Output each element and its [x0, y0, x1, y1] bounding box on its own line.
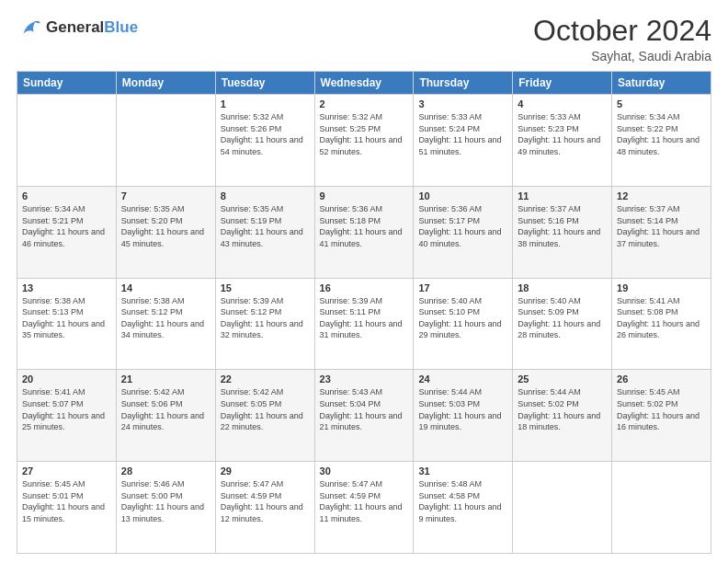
table-row — [17, 95, 117, 187]
table-row: 7Sunrise: 5:35 AMSunset: 5:20 PMDaylight… — [116, 186, 215, 278]
day-number: 31 — [418, 465, 507, 477]
day-number: 15 — [221, 282, 310, 293]
table-row — [513, 462, 612, 554]
table-row: 31Sunrise: 5:48 AMSunset: 4:58 PMDayligh… — [414, 462, 513, 554]
day-number: 25 — [518, 373, 607, 385]
table-row: 15Sunrise: 5:39 AMSunset: 5:12 PMDayligh… — [215, 278, 314, 370]
day-number: 1 — [221, 98, 310, 109]
calendar-week-row: 13Sunrise: 5:38 AMSunset: 5:13 PMDayligh… — [17, 278, 711, 370]
table-row: 8Sunrise: 5:35 AMSunset: 5:19 PMDaylight… — [215, 186, 314, 278]
calendar-header-row: Sunday Monday Tuesday Wednesday Thursday… — [17, 72, 711, 95]
day-number: 13 — [22, 282, 111, 293]
calendar-week-row: 1Sunrise: 5:32 AMSunset: 5:26 PMDaylight… — [17, 95, 711, 187]
day-info: Sunrise: 5:32 AMSunset: 5:26 PMDaylight:… — [221, 111, 310, 157]
table-row: 4Sunrise: 5:33 AMSunset: 5:23 PMDaylight… — [513, 95, 612, 187]
logo: GeneralBlue — [17, 15, 138, 40]
day-number: 4 — [518, 98, 607, 109]
table-row: 9Sunrise: 5:36 AMSunset: 5:18 PMDaylight… — [314, 186, 414, 278]
day-number: 12 — [617, 190, 706, 201]
table-row: 24Sunrise: 5:44 AMSunset: 5:03 PMDayligh… — [414, 370, 513, 462]
day-info: Sunrise: 5:39 AMSunset: 5:12 PMDaylight:… — [221, 295, 310, 341]
table-row: 5Sunrise: 5:34 AMSunset: 5:22 PMDaylight… — [612, 95, 711, 187]
day-number: 10 — [418, 190, 507, 201]
table-row: 26Sunrise: 5:45 AMSunset: 5:02 PMDayligh… — [612, 370, 711, 462]
table-row: 28Sunrise: 5:46 AMSunset: 5:00 PMDayligh… — [116, 462, 215, 554]
table-row: 29Sunrise: 5:47 AMSunset: 4:59 PMDayligh… — [215, 462, 314, 554]
calendar-week-row: 6Sunrise: 5:34 AMSunset: 5:21 PMDaylight… — [17, 186, 711, 278]
day-info: Sunrise: 5:43 AMSunset: 5:04 PMDaylight:… — [320, 386, 409, 432]
day-number: 20 — [22, 373, 111, 385]
day-number: 29 — [221, 465, 310, 477]
day-number: 26 — [617, 373, 706, 385]
day-info: Sunrise: 5:48 AMSunset: 4:58 PMDaylight:… — [418, 478, 507, 524]
day-number: 24 — [418, 373, 507, 385]
day-number: 28 — [121, 465, 210, 477]
month-year: October 2024 — [533, 15, 711, 47]
day-number: 22 — [221, 373, 310, 385]
header-thursday: Thursday — [414, 72, 513, 95]
day-info: Sunrise: 5:37 AMSunset: 5:16 PMDaylight:… — [518, 203, 607, 249]
table-row: 2Sunrise: 5:32 AMSunset: 5:25 PMDaylight… — [314, 95, 414, 187]
title-area: October 2024 Sayhat, Saudi Arabia — [533, 15, 711, 63]
day-number: 16 — [320, 282, 409, 293]
day-number: 6 — [22, 190, 111, 201]
table-row: 3Sunrise: 5:33 AMSunset: 5:24 PMDaylight… — [414, 95, 513, 187]
day-info: Sunrise: 5:47 AMSunset: 4:59 PMDaylight:… — [320, 478, 409, 524]
location: Sayhat, Saudi Arabia — [533, 49, 711, 63]
day-info: Sunrise: 5:36 AMSunset: 5:18 PMDaylight:… — [320, 203, 409, 249]
header-tuesday: Tuesday — [215, 72, 314, 95]
day-number: 9 — [320, 190, 409, 201]
header-wednesday: Wednesday — [314, 72, 414, 95]
day-info: Sunrise: 5:38 AMSunset: 5:12 PMDaylight:… — [121, 295, 210, 341]
day-info: Sunrise: 5:45 AMSunset: 5:02 PMDaylight:… — [617, 386, 706, 432]
day-number: 3 — [418, 98, 507, 109]
calendar: Sunday Monday Tuesday Wednesday Thursday… — [17, 71, 711, 554]
table-row: 22Sunrise: 5:42 AMSunset: 5:05 PMDayligh… — [215, 370, 314, 462]
logo-bird-icon — [17, 15, 42, 40]
day-info: Sunrise: 5:41 AMSunset: 5:07 PMDaylight:… — [22, 386, 111, 432]
day-number: 27 — [22, 465, 111, 477]
header-friday: Friday — [513, 72, 612, 95]
day-info: Sunrise: 5:34 AMSunset: 5:21 PMDaylight:… — [22, 203, 111, 249]
table-row: 14Sunrise: 5:38 AMSunset: 5:12 PMDayligh… — [116, 278, 215, 370]
day-info: Sunrise: 5:44 AMSunset: 5:02 PMDaylight:… — [518, 386, 607, 432]
day-info: Sunrise: 5:44 AMSunset: 5:03 PMDaylight:… — [418, 386, 507, 432]
table-row: 20Sunrise: 5:41 AMSunset: 5:07 PMDayligh… — [17, 370, 117, 462]
logo-text: GeneralBlue — [46, 19, 138, 37]
day-info: Sunrise: 5:35 AMSunset: 5:19 PMDaylight:… — [221, 203, 310, 249]
table-row: 18Sunrise: 5:40 AMSunset: 5:09 PMDayligh… — [513, 278, 612, 370]
day-info: Sunrise: 5:45 AMSunset: 5:01 PMDaylight:… — [22, 478, 111, 524]
table-row: 19Sunrise: 5:41 AMSunset: 5:08 PMDayligh… — [612, 278, 711, 370]
day-info: Sunrise: 5:42 AMSunset: 5:05 PMDaylight:… — [221, 386, 310, 432]
table-row: 25Sunrise: 5:44 AMSunset: 5:02 PMDayligh… — [513, 370, 612, 462]
table-row: 1Sunrise: 5:32 AMSunset: 5:26 PMDaylight… — [215, 95, 314, 187]
day-number: 17 — [418, 282, 507, 293]
table-row: 12Sunrise: 5:37 AMSunset: 5:14 PMDayligh… — [612, 186, 711, 278]
table-row: 16Sunrise: 5:39 AMSunset: 5:11 PMDayligh… — [314, 278, 414, 370]
day-info: Sunrise: 5:42 AMSunset: 5:06 PMDaylight:… — [121, 386, 210, 432]
day-info: Sunrise: 5:38 AMSunset: 5:13 PMDaylight:… — [22, 295, 111, 341]
header: GeneralBlue October 2024 Sayhat, Saudi A… — [17, 15, 711, 63]
calendar-week-row: 20Sunrise: 5:41 AMSunset: 5:07 PMDayligh… — [17, 370, 711, 462]
day-info: Sunrise: 5:40 AMSunset: 5:10 PMDaylight:… — [418, 295, 507, 341]
table-row: 10Sunrise: 5:36 AMSunset: 5:17 PMDayligh… — [414, 186, 513, 278]
day-info: Sunrise: 5:41 AMSunset: 5:08 PMDaylight:… — [617, 295, 706, 341]
table-row — [612, 462, 711, 554]
day-info: Sunrise: 5:47 AMSunset: 4:59 PMDaylight:… — [221, 478, 310, 524]
day-info: Sunrise: 5:33 AMSunset: 5:23 PMDaylight:… — [518, 111, 607, 157]
table-row: 13Sunrise: 5:38 AMSunset: 5:13 PMDayligh… — [17, 278, 117, 370]
day-info: Sunrise: 5:46 AMSunset: 5:00 PMDaylight:… — [121, 478, 210, 524]
table-row: 23Sunrise: 5:43 AMSunset: 5:04 PMDayligh… — [314, 370, 414, 462]
day-number: 5 — [617, 98, 706, 109]
day-number: 7 — [121, 190, 210, 201]
day-info: Sunrise: 5:33 AMSunset: 5:24 PMDaylight:… — [418, 111, 507, 157]
day-info: Sunrise: 5:35 AMSunset: 5:20 PMDaylight:… — [121, 203, 210, 249]
day-number: 8 — [221, 190, 310, 201]
day-number: 11 — [518, 190, 607, 201]
header-sunday: Sunday — [17, 72, 117, 95]
table-row: 30Sunrise: 5:47 AMSunset: 4:59 PMDayligh… — [314, 462, 414, 554]
table-row: 17Sunrise: 5:40 AMSunset: 5:10 PMDayligh… — [414, 278, 513, 370]
day-number: 14 — [121, 282, 210, 293]
page: GeneralBlue October 2024 Sayhat, Saudi A… — [0, 0, 728, 563]
calendar-week-row: 27Sunrise: 5:45 AMSunset: 5:01 PMDayligh… — [17, 462, 711, 554]
